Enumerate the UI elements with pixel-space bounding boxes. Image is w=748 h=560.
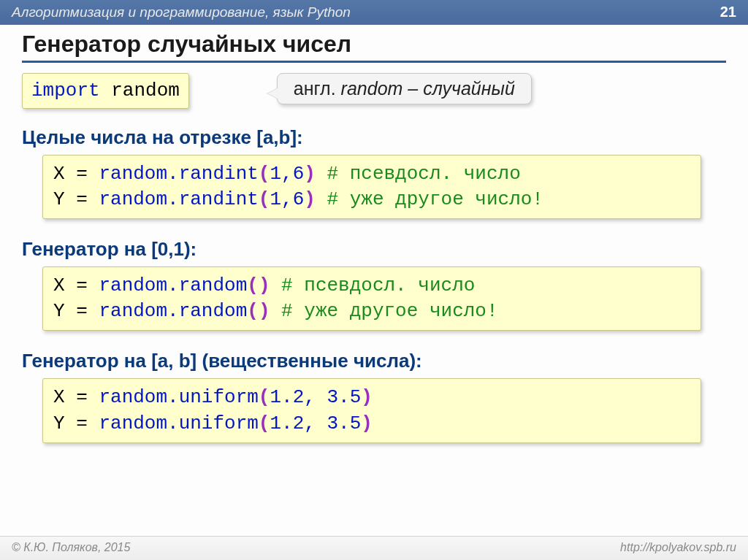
op-assign: =: [65, 163, 99, 185]
callout-word: random: [341, 78, 403, 99]
section-label-3: Генератор на [a, b] (вещественные числа)…: [22, 350, 726, 372]
args: 1,6: [270, 188, 304, 210]
fn-randint: random.randint: [99, 163, 258, 185]
code-line: Y = random.random() # уже другое число!: [53, 299, 690, 324]
code-line: Y = random.randint(1,6) # уже другое чис…: [53, 187, 690, 212]
paren-open: (: [259, 188, 270, 210]
pad: [270, 300, 281, 322]
code-block-randint: X = random.randint(1,6) # псевдосл. числ…: [42, 155, 723, 219]
paren-close: ): [361, 386, 373, 408]
page-number: 21: [720, 4, 736, 20]
codebox-randint: X = random.randint(1,6) # псевдосл. числ…: [42, 155, 701, 219]
comment: # псевдосл. число: [281, 275, 475, 296]
code-block-uniform: X = random.uniform(1.2, 3.5) Y = random.…: [42, 378, 723, 442]
code-block-random: X = random.random() # псевдосл. число Y …: [42, 266, 723, 331]
var-x: X: [53, 275, 65, 296]
code-line: X = random.randint(1,6) # псевдосл. числ…: [53, 161, 690, 187]
slide-content: Генератор случайных чисел import random …: [0, 25, 748, 443]
op-assign: =: [65, 300, 99, 322]
var-y: Y: [53, 413, 65, 434]
callout-random-meaning: англ. random – случайный: [277, 73, 532, 104]
op-assign: =: [65, 275, 99, 296]
var-y: Y: [53, 300, 65, 322]
callout-prefix: англ.: [294, 78, 341, 99]
code-line: Y = random.uniform(1.2, 3.5): [53, 411, 690, 437]
course-title: Алгоритмизация и программирование, язык …: [12, 4, 351, 20]
comment: # уже другое число!: [281, 300, 497, 322]
paren-close: ): [259, 300, 270, 322]
op-assign: =: [65, 413, 99, 434]
paren-open: (: [259, 386, 270, 408]
args: 1.2, 3.5: [270, 386, 361, 408]
paren-close: ): [304, 163, 316, 185]
codebox-uniform: X = random.uniform(1.2, 3.5) Y = random.…: [42, 378, 701, 442]
paren-open: (: [259, 163, 270, 185]
op-assign: =: [65, 386, 99, 408]
args: 1.2, 3.5: [270, 413, 361, 434]
paren-close: ): [259, 275, 270, 296]
keyword-import: import: [31, 80, 100, 101]
fn-random: random.random: [99, 275, 247, 296]
section-label-1: Целые числа на отрезке [a,b]:: [22, 126, 726, 149]
callout-tail-icon: [267, 88, 278, 99]
var-x: X: [53, 163, 65, 185]
code-line: X = random.random() # псевдосл. число: [53, 273, 690, 299]
comment: # псевдосл. число: [327, 163, 521, 185]
codebox-random: X = random.random() # псевдосл. число Y …: [42, 266, 701, 331]
import-codebox: import random: [22, 73, 189, 109]
footer-url: http://kpolyakov.spb.ru: [620, 541, 736, 554]
fn-uniform: random.uniform: [99, 386, 258, 408]
slide-header: Алгоритмизация и программирование, язык …: [0, 0, 748, 25]
comment: # уже другое число!: [327, 188, 543, 210]
callout-suffix: – случайный: [402, 78, 514, 99]
fn-randint: random.randint: [99, 188, 258, 210]
pad: [270, 275, 281, 296]
slide-title: Генератор случайных чисел: [22, 31, 726, 63]
module-random: random: [100, 80, 180, 101]
op-assign: =: [65, 188, 99, 210]
copyright-text: © К.Ю. Поляков, 2015: [12, 541, 130, 554]
slide-footer: © К.Ю. Поляков, 2015 http://kpolyakov.sp…: [0, 536, 748, 560]
paren-open: (: [247, 300, 259, 322]
paren-open: (: [247, 275, 259, 296]
fn-uniform: random.uniform: [99, 413, 258, 434]
paren-open: (: [259, 413, 270, 434]
code-line: X = random.uniform(1.2, 3.5): [53, 385, 690, 410]
var-y: Y: [53, 188, 65, 210]
import-row: import random англ. random – случайный: [22, 73, 726, 109]
paren-close: ): [361, 413, 373, 434]
paren-close: ): [304, 188, 316, 210]
var-x: X: [53, 386, 65, 408]
section-label-2: Генератор на [0,1):: [22, 238, 726, 261]
args: 1,6: [270, 163, 304, 185]
fn-random: random.random: [99, 300, 247, 322]
